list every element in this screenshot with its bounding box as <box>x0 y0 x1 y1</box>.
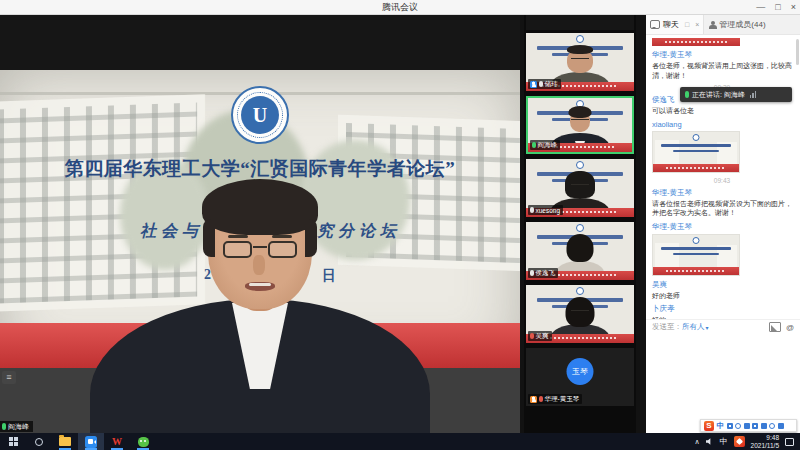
mini-red-text <box>542 337 618 339</box>
meeting-window: U 第四届华东理工大学“汇贤国际青年学者论坛” 社会与公共 究分论坛 202 日 <box>0 15 800 433</box>
send-to-label: 发送至： <box>652 322 682 332</box>
chat-bubble-icon <box>650 20 660 29</box>
participant-name: 华理-黄玉琴 <box>545 395 580 404</box>
taskbar-file-explorer[interactable] <box>52 433 78 450</box>
main-video[interactable]: U 第四届华东理工大学“汇贤国际青年学者论坛” 社会与公共 究分论坛 202 日 <box>0 15 520 433</box>
participant-label: xuesong <box>528 205 563 215</box>
participant-video-novideo[interactable]: 玉琴 华理-黄玉琴 <box>526 348 634 406</box>
tab-chat[interactable]: 聊天 □ × <box>646 15 703 34</box>
participant-name: 阎海峰 <box>538 141 558 150</box>
taskbar-wechat[interactable] <box>130 433 156 450</box>
person-glasses <box>571 58 589 63</box>
chat-timestamp: 09:43 <box>652 177 792 184</box>
close-button[interactable]: × <box>791 0 796 15</box>
send-to-dropdown[interactable]: 所有人 <box>682 322 705 332</box>
chat-message-list[interactable]: 华理-黄玉琴 各位老师，视频背景请用上周这张图，比较高清，谢谢！ 09:39 侯… <box>646 36 796 319</box>
chat-scrollbar[interactable] <box>796 39 799 65</box>
taskbar-tencent-meeting[interactable] <box>78 433 104 450</box>
mic-icon[interactable] <box>752 423 758 429</box>
mini-red-text <box>665 41 727 43</box>
participant-video[interactable]: xuesong <box>526 159 634 217</box>
video-list-toggle-icon[interactable]: ≡ <box>2 371 16 384</box>
participant-video[interactable]: 吴爽 <box>526 285 634 343</box>
chevron-down-icon: ▾ <box>706 324 709 331</box>
speaker-eyebrow <box>272 235 292 238</box>
tab-members-label: 管理成员(44) <box>719 19 765 30</box>
minimize-button[interactable]: — <box>756 0 765 15</box>
speaker-volume-icon[interactable] <box>706 438 714 446</box>
keyboard-icon[interactable] <box>761 423 767 429</box>
chat-sender-name: 卜庆孝 <box>652 304 792 314</box>
wps-icon: W <box>112 436 122 447</box>
popout-icon[interactable]: □ <box>685 21 689 28</box>
maximize-button[interactable]: □ <box>775 0 780 15</box>
participant-video[interactable]: 储玮 <box>526 33 634 91</box>
windows-logo-icon <box>9 437 18 446</box>
mic-on-icon <box>2 423 6 430</box>
volume-bar <box>752 93 754 98</box>
chat-image-message[interactable] <box>652 234 740 276</box>
speaker-hair-side <box>305 219 317 257</box>
speaking-indicator-text: 正在讲话: 阎海峰 <box>692 90 745 100</box>
participant-person <box>542 173 618 209</box>
tab-manage-members[interactable]: 管理成员(44) <box>703 15 800 34</box>
mic-on-icon <box>530 270 534 276</box>
chat-sender-name: 华理-黄玉琴 <box>652 222 792 232</box>
speaker-teeth <box>249 283 271 286</box>
tray-expand-icon[interactable]: ∧ <box>694 438 699 446</box>
mention-icon[interactable]: @ <box>786 323 794 332</box>
clipboard-icon[interactable] <box>769 423 775 429</box>
taskbar-wps[interactable]: W <box>104 433 130 450</box>
half-shape-icon[interactable] <box>727 423 733 429</box>
person-icon <box>708 21 716 29</box>
participant-name: xuesong <box>536 207 561 214</box>
close-chat-icon[interactable]: × <box>695 21 699 28</box>
mini-red-strip <box>526 15 634 18</box>
volume-bars-icon <box>750 91 757 98</box>
participant-video-partial[interactable] <box>526 15 634 30</box>
participant-video-speaking[interactable]: 阎海峰 <box>526 96 634 154</box>
mic-on-icon <box>530 207 534 213</box>
chat-sender-name: 华理-黄玉琴 <box>652 50 792 60</box>
mic-muted-icon <box>530 333 534 339</box>
ime-indicator[interactable]: 中 <box>720 436 728 447</box>
system-tray: ∧ 中 9:48 2021/11/5 <box>694 434 800 449</box>
chat-image-partial[interactable] <box>652 38 740 46</box>
tray-app-icon[interactable] <box>734 436 745 447</box>
image-icon[interactable] <box>769 322 781 332</box>
participant-label: 吴爽 <box>528 331 552 341</box>
participant-person <box>542 108 618 144</box>
action-center-icon[interactable] <box>785 438 794 446</box>
chat-header: 聊天 □ × 管理成员(44) <box>646 15 800 35</box>
host-badge-icon <box>530 396 537 403</box>
mini-logo <box>693 134 700 141</box>
toolbox-icon[interactable] <box>778 423 784 429</box>
emoji-icon[interactable] <box>735 423 741 429</box>
sogou-logo-icon[interactable]: S <box>704 421 714 431</box>
search-button[interactable] <box>26 433 52 450</box>
participant-video[interactable]: 侯逸飞 <box>526 222 634 280</box>
participant-person <box>542 299 618 335</box>
mini-red-strip <box>653 267 739 275</box>
chat-image-message[interactable] <box>652 131 740 173</box>
chat-sender-name: xiaoliang <box>652 120 792 129</box>
speaker-eyebrow <box>228 235 248 238</box>
mic-speaking-icon <box>532 142 536 148</box>
clock[interactable]: 9:48 2021/11/5 <box>751 434 779 449</box>
mini-title-line <box>661 247 731 250</box>
mic-on-icon <box>539 81 543 87</box>
person-glasses <box>571 119 589 124</box>
tray-date: 2021/11/5 <box>751 442 779 450</box>
start-button[interactable] <box>0 433 26 450</box>
tray-time: 9:48 <box>751 434 779 442</box>
mini-logo <box>576 161 584 169</box>
settings-icon[interactable] <box>744 423 750 429</box>
participant-person <box>542 236 618 272</box>
avatar: 玉琴 <box>567 358 594 385</box>
ime-chinese-icon[interactable]: 中 <box>717 421 725 431</box>
mini-red-text <box>666 270 726 272</box>
mini-logo <box>576 224 584 232</box>
mini-logo <box>576 287 584 295</box>
mini-title-line <box>661 144 731 147</box>
chat-message-text: 可以请各位老 <box>652 106 792 116</box>
